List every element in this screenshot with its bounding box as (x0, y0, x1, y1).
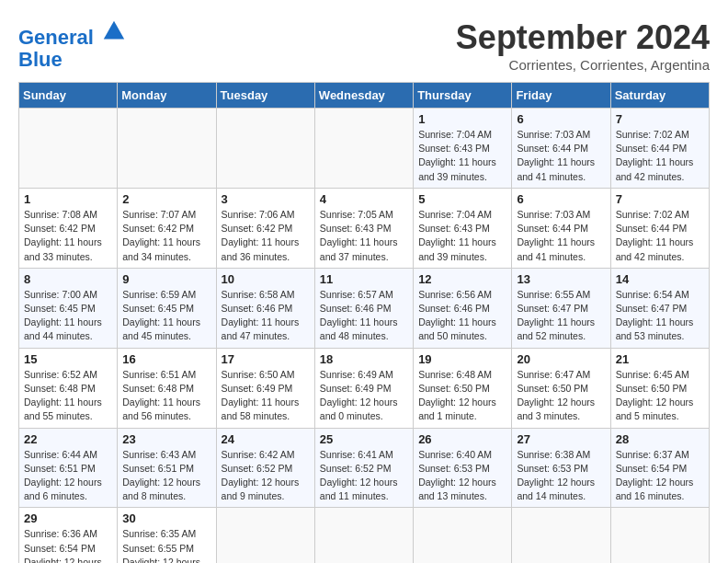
day-number: 22 (24, 432, 112, 446)
daylight-hours: Daylight: 12 hours and 19 minutes. (122, 557, 200, 563)
day-detail: Sunrise: 7:03 AM Sunset: 6:44 PM Dayligh… (517, 128, 605, 184)
sunrise-time: Sunrise: 6:57 AM (320, 289, 393, 300)
calendar-cell (414, 508, 512, 563)
sunset-time: Sunset: 6:53 PM (517, 463, 588, 474)
daylight-hours: Daylight: 11 hours and 47 minutes. (222, 316, 300, 341)
day-number: 19 (418, 352, 506, 366)
sunset-time: Sunset: 6:46 PM (222, 303, 293, 314)
sunrise-time: Sunrise: 6:43 AM (122, 449, 196, 460)
daylight-hours: Daylight: 12 hours and 9 minutes. (222, 477, 300, 501)
calendar-cell: 5 Sunrise: 7:04 AM Sunset: 6:43 PM Dayli… (414, 188, 512, 268)
sunset-time: Sunset: 6:44 PM (517, 223, 588, 234)
calendar-cell: 14 Sunrise: 6:54 AM Sunset: 6:47 PM Dayl… (610, 268, 709, 348)
calendar-cell: 9 Sunrise: 6:59 AM Sunset: 6:45 PM Dayli… (118, 268, 216, 348)
day-detail: Sunrise: 6:35 AM Sunset: 6:55 PM Dayligh… (122, 527, 210, 563)
calendar-cell: 21 Sunrise: 6:45 AM Sunset: 6:50 PM Dayl… (610, 348, 709, 428)
calendar-week-2: 8 Sunrise: 7:00 AM Sunset: 6:45 PM Dayli… (19, 268, 710, 348)
day-number: 18 (320, 352, 408, 366)
calendar-cell: 27 Sunrise: 6:38 AM Sunset: 6:53 PM Dayl… (512, 428, 610, 508)
day-number: 23 (122, 432, 210, 446)
sunrise-time: Sunrise: 6:52 AM (24, 369, 97, 380)
daylight-hours: Daylight: 12 hours and 14 minutes. (517, 477, 595, 501)
sunset-time: Sunset: 6:54 PM (616, 463, 688, 474)
sunset-time: Sunset: 6:49 PM (222, 383, 293, 394)
day-detail: Sunrise: 6:41 AM Sunset: 6:52 PM Dayligh… (320, 448, 408, 504)
day-detail: Sunrise: 6:37 AM Sunset: 6:54 PM Dayligh… (616, 448, 704, 504)
svg-marker-0 (104, 21, 124, 40)
sunrise-time: Sunrise: 7:04 AM (418, 129, 492, 140)
day-detail: Sunrise: 6:47 AM Sunset: 6:50 PM Dayligh… (517, 368, 605, 424)
calendar-cell: 16 Sunrise: 6:51 AM Sunset: 6:48 PM Dayl… (118, 348, 216, 428)
sunset-time: Sunset: 6:43 PM (418, 143, 490, 154)
day-detail: Sunrise: 6:50 AM Sunset: 6:49 PM Dayligh… (222, 368, 310, 424)
day-number: 24 (222, 432, 310, 446)
sunrise-time: Sunrise: 7:08 AM (24, 209, 97, 220)
sunrise-time: Sunrise: 7:07 AM (122, 209, 196, 220)
daylight-hours: Daylight: 12 hours and 13 minutes. (418, 477, 496, 501)
calendar-week-1: 1 Sunrise: 7:08 AM Sunset: 6:42 PM Dayli… (19, 188, 710, 268)
sunrise-time: Sunrise: 6:48 AM (418, 369, 492, 380)
sunrise-time: Sunrise: 6:58 AM (222, 289, 295, 300)
page-header: General Blue September 2024 Corrientes, … (18, 18, 710, 73)
day-number: 10 (222, 272, 310, 286)
day-number: 16 (122, 352, 210, 366)
calendar-week-4: 22 Sunrise: 6:44 AM Sunset: 6:51 PM Dayl… (19, 428, 710, 508)
logo-blue: Blue (18, 48, 63, 71)
calendar-cell (314, 508, 413, 563)
day-detail: Sunrise: 6:38 AM Sunset: 6:53 PM Dayligh… (517, 448, 605, 504)
daylight-hours: Daylight: 11 hours and 53 minutes. (616, 316, 694, 341)
calendar-cell (610, 508, 709, 563)
daylight-hours: Daylight: 12 hours and 6 minutes. (24, 477, 102, 501)
day-detail: Sunrise: 7:03 AM Sunset: 6:44 PM Dayligh… (517, 208, 605, 264)
daylight-hours: Daylight: 11 hours and 39 minutes. (418, 156, 496, 181)
sunset-time: Sunset: 6:46 PM (320, 303, 392, 314)
daylight-hours: Daylight: 11 hours and 44 minutes. (24, 316, 102, 341)
day-number: 13 (517, 272, 605, 286)
daylight-hours: Daylight: 11 hours and 48 minutes. (320, 316, 398, 341)
sunset-time: Sunset: 6:50 PM (418, 383, 490, 394)
day-number: 6 (517, 112, 605, 126)
sunrise-time: Sunrise: 6:50 AM (222, 369, 295, 380)
sunrise-time: Sunrise: 6:59 AM (122, 289, 196, 300)
calendar-cell (19, 109, 118, 189)
day-number: 5 (418, 192, 506, 206)
sunset-time: Sunset: 6:54 PM (24, 543, 96, 554)
sunset-time: Sunset: 6:52 PM (222, 463, 293, 474)
sunset-time: Sunset: 6:46 PM (418, 303, 490, 314)
calendar-cell: 12 Sunrise: 6:56 AM Sunset: 6:46 PM Dayl… (414, 268, 512, 348)
sunset-time: Sunset: 6:49 PM (320, 383, 392, 394)
daylight-hours: Daylight: 12 hours and 0 minutes. (320, 396, 398, 421)
calendar-cell: 1 Sunrise: 7:04 AM Sunset: 6:43 PM Dayli… (414, 109, 512, 189)
location-subtitle: Corrientes, Corrientes, Argentina (456, 57, 710, 73)
weekday-saturday: Saturday (610, 83, 709, 109)
calendar-cell (216, 109, 314, 189)
daylight-hours: Daylight: 11 hours and 42 minutes. (616, 156, 694, 181)
sunrise-time: Sunrise: 6:51 AM (122, 369, 196, 380)
day-detail: Sunrise: 7:04 AM Sunset: 6:43 PM Dayligh… (418, 208, 506, 264)
day-detail: Sunrise: 6:40 AM Sunset: 6:53 PM Dayligh… (418, 448, 506, 504)
sunrise-time: Sunrise: 6:35 AM (122, 528, 196, 539)
calendar-cell: 24 Sunrise: 6:42 AM Sunset: 6:52 PM Dayl… (216, 428, 314, 508)
calendar-cell: 17 Sunrise: 6:50 AM Sunset: 6:49 PM Dayl… (216, 348, 314, 428)
daylight-hours: Daylight: 11 hours and 34 minutes. (122, 236, 200, 261)
daylight-hours: Daylight: 11 hours and 58 minutes. (222, 396, 300, 421)
daylight-hours: Daylight: 12 hours and 16 minutes. (616, 477, 694, 501)
sunset-time: Sunset: 6:44 PM (616, 143, 688, 154)
day-number: 25 (320, 432, 408, 446)
day-number: 6 (517, 192, 605, 206)
calendar-cell: 28 Sunrise: 6:37 AM Sunset: 6:54 PM Dayl… (610, 428, 709, 508)
day-number: 12 (418, 272, 506, 286)
day-number: 2 (122, 192, 210, 206)
calendar-cell: 19 Sunrise: 6:48 AM Sunset: 6:50 PM Dayl… (414, 348, 512, 428)
calendar-cell: 10 Sunrise: 6:58 AM Sunset: 6:46 PM Dayl… (216, 268, 314, 348)
day-number: 1 (24, 192, 112, 206)
sunrise-time: Sunrise: 6:38 AM (517, 449, 590, 460)
calendar-cell: 8 Sunrise: 7:00 AM Sunset: 6:45 PM Dayli… (19, 268, 118, 348)
sunrise-time: Sunrise: 7:02 AM (616, 129, 689, 140)
title-area: September 2024 Corrientes, Corrientes, A… (456, 18, 710, 73)
sunset-time: Sunset: 6:42 PM (122, 223, 194, 234)
daylight-hours: Daylight: 11 hours and 55 minutes. (24, 396, 102, 421)
day-detail: Sunrise: 7:07 AM Sunset: 6:42 PM Dayligh… (122, 208, 210, 264)
logo-icon (101, 18, 127, 44)
calendar-cell: 23 Sunrise: 6:43 AM Sunset: 6:51 PM Dayl… (118, 428, 216, 508)
